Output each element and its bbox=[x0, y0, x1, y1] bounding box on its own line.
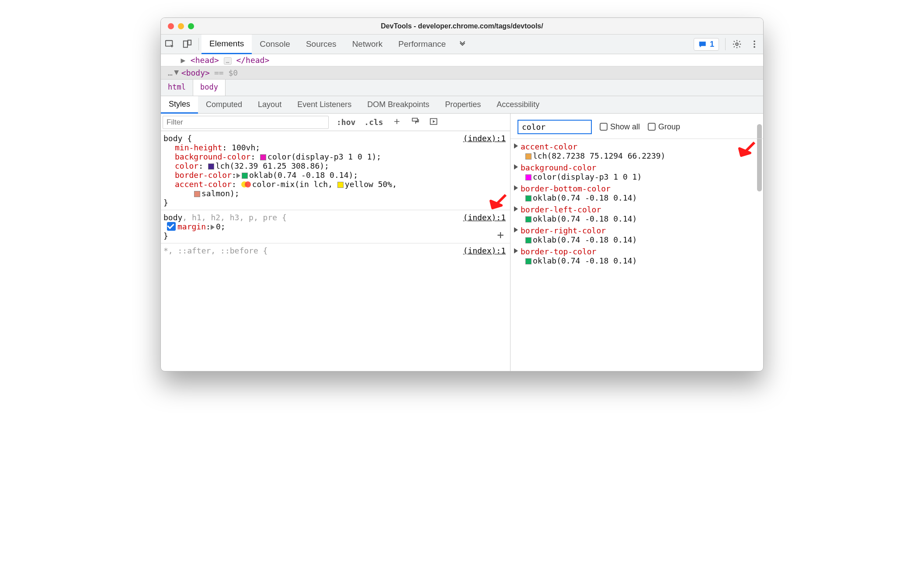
selector-main: body bbox=[163, 213, 182, 222]
more-tabs-icon[interactable] bbox=[454, 35, 471, 53]
css-rule-body[interactable]: (index):1 body { min-height: 100vh; back… bbox=[161, 131, 510, 210]
breadcrumb-html[interactable]: html bbox=[161, 80, 193, 96]
add-declaration-icon[interactable]: + bbox=[497, 228, 504, 241]
color-swatch-icon[interactable] bbox=[242, 173, 248, 179]
close-window-button[interactable] bbox=[168, 23, 174, 29]
svg-point-5 bbox=[754, 43, 755, 45]
computed-prop-value: oklab(0.74 -0.18 0.14) bbox=[533, 214, 637, 223]
ellipsis-badge[interactable]: … bbox=[224, 57, 232, 65]
zoom-window-button[interactable] bbox=[188, 23, 194, 29]
val-border[interactable]: oklab(0.74 -0.18 0.14); bbox=[249, 170, 358, 180]
styles-filter-input[interactable] bbox=[163, 116, 329, 129]
color-swatch-icon[interactable] bbox=[525, 195, 531, 201]
val-min-height[interactable]: 100vh; bbox=[232, 143, 260, 152]
scrollbar[interactable] bbox=[756, 139, 762, 371]
expand-icon[interactable]: ▶ bbox=[181, 56, 186, 65]
val-accent-3[interactable]: salmon); bbox=[201, 189, 240, 198]
subtab-dom-bp[interactable]: DOM Breakpoints bbox=[359, 96, 437, 114]
tab-sources[interactable]: Sources bbox=[298, 35, 344, 54]
prop-min-height: min-height bbox=[175, 143, 222, 152]
tab-console[interactable]: Console bbox=[252, 35, 298, 54]
computed-property[interactable]: border-right-coloroklab(0.74 -0.18 0.14) bbox=[514, 225, 763, 246]
computed-property[interactable]: border-bottom-coloroklab(0.74 -0.18 0.14… bbox=[514, 183, 763, 204]
color-swatch-icon[interactable] bbox=[337, 182, 344, 188]
cls-button[interactable]: .cls bbox=[360, 118, 387, 127]
expand-icon[interactable] bbox=[211, 225, 215, 230]
expand-icon[interactable] bbox=[514, 164, 518, 170]
subtab-props[interactable]: Properties bbox=[437, 96, 489, 114]
rule-close: } bbox=[163, 198, 506, 207]
settings-icon[interactable] bbox=[728, 35, 746, 53]
color-swatch-icon[interactable] bbox=[194, 191, 200, 197]
computed-filter-input[interactable] bbox=[518, 120, 592, 134]
tab-elements[interactable]: Elements bbox=[201, 35, 252, 54]
panel-icon[interactable] bbox=[424, 117, 443, 128]
expand-icon[interactable] bbox=[514, 185, 518, 191]
selector-label: body { bbox=[163, 134, 506, 143]
computed-property[interactable]: background-colorcolor(display-p3 1 0 1) bbox=[514, 162, 763, 183]
collapse-icon[interactable]: ▶ bbox=[172, 70, 181, 76]
expand-icon[interactable] bbox=[514, 143, 518, 149]
tab-performance[interactable]: Performance bbox=[390, 35, 454, 54]
rule-source-link[interactable]: (index):1 bbox=[463, 213, 506, 222]
scrollbar[interactable] bbox=[756, 54, 762, 79]
css-rule-body-group[interactable]: (index):1 body, h1, h2, h3, p, pre { mar… bbox=[161, 210, 510, 243]
rule-close: } bbox=[163, 231, 506, 240]
inspect-element-icon[interactable] bbox=[161, 35, 178, 53]
color-swatch-icon[interactable] bbox=[208, 163, 214, 170]
computed-property[interactable]: border-top-coloroklab(0.74 -0.18 0.14) bbox=[514, 246, 763, 267]
computed-prop-value: lch(82.7238 75.1294 66.2239) bbox=[533, 151, 665, 160]
expand-icon[interactable] bbox=[514, 227, 518, 232]
subtab-layout[interactable]: Layout bbox=[250, 96, 289, 114]
styles-pane: :hov .cls (index):1 body { min-height: 1… bbox=[161, 114, 511, 371]
svg-rect-2 bbox=[188, 40, 191, 45]
val-bg[interactable]: color(display-p3 1 0 1); bbox=[267, 152, 381, 161]
expand-icon[interactable] bbox=[514, 248, 518, 253]
color-swatch-icon[interactable] bbox=[525, 216, 531, 222]
val-margin[interactable]: 0; bbox=[216, 222, 226, 231]
computed-prop-name: border-bottom-color bbox=[521, 184, 611, 193]
minimize-window-button[interactable] bbox=[178, 23, 184, 29]
computed-property[interactable]: border-left-coloroklab(0.74 -0.18 0.14) bbox=[514, 204, 763, 225]
svg-point-6 bbox=[754, 46, 755, 48]
color-swatch-icon[interactable] bbox=[525, 153, 531, 160]
color-mix-icon[interactable] bbox=[241, 181, 251, 188]
color-swatch-icon[interactable] bbox=[260, 154, 266, 160]
color-swatch-icon[interactable] bbox=[525, 258, 531, 264]
val-color[interactable]: lch(32.39 61.25 308.86); bbox=[215, 161, 329, 170]
hov-button[interactable]: :hov bbox=[332, 118, 360, 127]
main-tab-bar: Elements Console Sources Network Perform… bbox=[161, 35, 763, 54]
subtab-a11y[interactable]: Accessibility bbox=[489, 96, 547, 114]
color-swatch-icon[interactable] bbox=[525, 174, 531, 180]
breadcrumb-body[interactable]: body bbox=[193, 80, 226, 96]
computed-prop-name: background-color bbox=[521, 163, 596, 172]
subtab-styles[interactable]: Styles bbox=[161, 96, 198, 114]
styles-toolbar: :hov .cls bbox=[161, 114, 510, 131]
color-swatch-icon[interactable] bbox=[525, 237, 531, 243]
val-accent-1[interactable]: color-mix(in lch, bbox=[252, 180, 337, 189]
expand-icon[interactable] bbox=[514, 206, 518, 212]
subtab-computed[interactable]: Computed bbox=[198, 96, 250, 114]
expand-icon[interactable] bbox=[236, 173, 240, 178]
group-checkbox[interactable]: Group bbox=[648, 122, 680, 132]
window-controls bbox=[161, 23, 194, 29]
new-style-rule-icon[interactable] bbox=[388, 117, 406, 128]
dom-tree[interactable]: ▶ <head> … </head> … ▶ <body> == $0 bbox=[161, 54, 763, 80]
val-accent-2[interactable]: yellow 50%, bbox=[345, 180, 397, 189]
css-rule-universal[interactable]: (index):1 *, ::after, ::before { bbox=[161, 243, 510, 258]
tab-network[interactable]: Network bbox=[344, 35, 391, 54]
dom-body-open[interactable]: <body> bbox=[181, 68, 210, 77]
rule-source-link[interactable]: (index):1 bbox=[463, 246, 506, 255]
device-toolbar-icon[interactable] bbox=[178, 35, 196, 53]
paint-icon[interactable] bbox=[406, 117, 424, 128]
rule-source-link[interactable]: (index):1 bbox=[463, 134, 506, 143]
issues-button[interactable]: 1 bbox=[694, 38, 719, 51]
prop-accent: accent-color bbox=[175, 180, 232, 189]
subtab-events[interactable]: Event Listeners bbox=[289, 96, 359, 114]
selector-dim: , h1, h2, h3, p, pre { bbox=[182, 213, 286, 222]
property-checkbox[interactable] bbox=[167, 222, 176, 231]
kebab-menu-icon[interactable] bbox=[746, 35, 763, 53]
prop-bg: background-color bbox=[175, 152, 250, 161]
show-all-checkbox[interactable]: Show all bbox=[600, 122, 640, 132]
computed-property[interactable]: accent-colorlch(82.7238 75.1294 66.2239) bbox=[514, 141, 763, 162]
